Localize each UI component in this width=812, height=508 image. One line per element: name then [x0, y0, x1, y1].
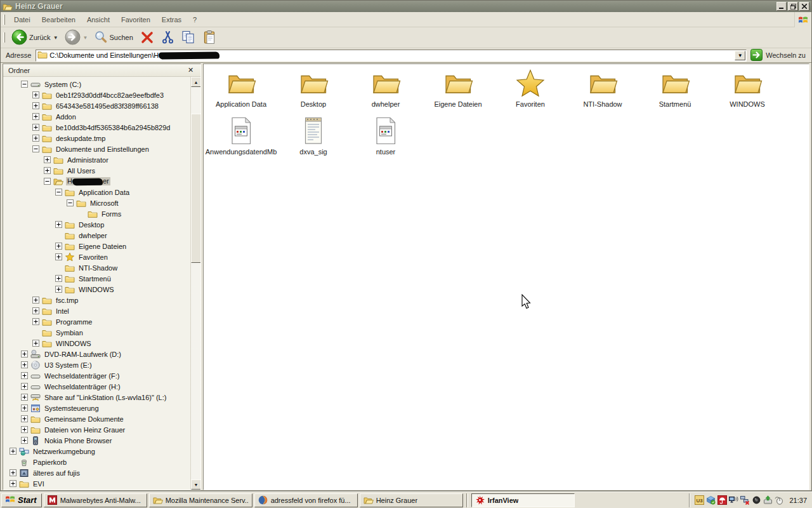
tree-item[interactable]: EVI: [3, 478, 190, 489]
start-button[interactable]: Start: [1, 493, 42, 507]
cam-tray-icon[interactable]: [752, 495, 761, 505]
expand-icon[interactable]: [21, 437, 28, 444]
tree-item-label[interactable]: Dateien von Heinz Grauer: [43, 426, 126, 434]
mouse-tray-icon[interactable]: [775, 495, 784, 505]
file-item[interactable]: Desktop: [277, 68, 350, 116]
tree-item-label[interactable]: fsc.tmp: [55, 297, 79, 304]
minimize-button[interactable]: [776, 2, 787, 11]
paste-button[interactable]: [199, 28, 221, 47]
tree-item[interactable]: Administrator: [3, 154, 190, 165]
tree-item-label[interactable]: älteres auf fujis: [32, 469, 81, 477]
tree-item[interactable]: WINDOWS: [3, 338, 190, 349]
menu-item-[interactable]: ?: [187, 13, 202, 26]
tree-item-label[interactable]: Dokumente und Einstellungen: [55, 145, 150, 153]
tree-item[interactable]: Programme: [3, 316, 190, 327]
close-button[interactable]: [799, 2, 809, 11]
tree-item-label[interactable]: NTI-Shadow: [77, 264, 119, 272]
tree-item-label[interactable]: Nokia Phone Browser: [43, 437, 113, 444]
expand-icon[interactable]: [21, 404, 28, 411]
file-item[interactable]: AnwendungsdatendMb: [205, 116, 277, 163]
back-dropdown-icon[interactable]: ▼: [53, 35, 58, 41]
expand-icon[interactable]: [21, 351, 28, 358]
tree-item-label[interactable]: EVI: [32, 480, 46, 488]
expand-icon[interactable]: [32, 318, 39, 325]
forward-button[interactable]: ▼: [62, 27, 91, 48]
collapse-icon[interactable]: [21, 81, 28, 88]
u3-tray-icon[interactable]: U3: [695, 495, 704, 505]
menu-item-extras[interactable]: Extras: [156, 13, 187, 26]
tree-item[interactable]: Intel: [3, 305, 190, 316]
expand-icon[interactable]: [32, 135, 39, 142]
tree-item-label[interactable]: Papierkorb: [32, 458, 68, 466]
tree-item[interactable]: Addon: [3, 111, 190, 122]
expand-icon[interactable]: [32, 91, 39, 98]
tree-item-label[interactable]: Symbian: [55, 329, 84, 337]
tree-item[interactable]: Gemeinsame Dokumente: [3, 413, 190, 424]
file-item[interactable]: WINDOWS: [711, 68, 783, 116]
restore-button[interactable]: [788, 2, 798, 11]
folders-panel-close-icon[interactable]: ✕: [186, 65, 195, 75]
expand-icon[interactable]: [44, 167, 51, 174]
taskbar-button[interactable]: adressfeld von firefox fü...: [254, 493, 358, 507]
expand-icon[interactable]: [55, 253, 62, 260]
titlebar[interactable]: Heinz Grauer: [1, 1, 811, 12]
file-item[interactable]: ntuser: [350, 116, 422, 163]
monitor-signal-tray-icon[interactable]: [729, 495, 738, 505]
address-dropdown-button[interactable]: ▼: [735, 51, 745, 60]
expand-icon[interactable]: [32, 340, 39, 347]
delete-button[interactable]: [136, 28, 158, 47]
expand-icon[interactable]: [21, 415, 28, 422]
expand-icon[interactable]: [32, 297, 39, 304]
tree-item-label[interactable]: Administrator: [66, 156, 110, 164]
tree-item[interactable]: dwhelper: [3, 230, 190, 241]
menu-item-favoriten[interactable]: Favoriten: [115, 13, 156, 26]
toolbar-grip[interactable]: [3, 32, 5, 43]
tree-item-label[interactable]: Wechseldatenträger (F:): [43, 372, 121, 380]
tree-item-label[interactable]: dwhelper: [77, 232, 108, 239]
tree-item-label[interactable]: System (C:): [43, 81, 82, 88]
tree-item-label[interactable]: Netzwerkumgebung: [32, 448, 96, 455]
expand-icon[interactable]: [55, 243, 62, 250]
tree-item[interactable]: Systemsteuerung: [3, 403, 190, 413]
tree-item-label[interactable]: Gemeinsame Dokumente: [43, 415, 125, 423]
tree-item[interactable]: NTI-Shadow: [3, 262, 190, 273]
tree-item-label[interactable]: Desktop: [77, 221, 105, 229]
copy-button[interactable]: [178, 28, 199, 47]
tree-item-label[interactable]: WINDOWS: [77, 286, 115, 293]
tree-item-label[interactable]: All Users: [66, 167, 96, 175]
menu-item-bearbeiten[interactable]: Bearbeiten: [36, 13, 81, 26]
tree-item[interactable]: All Users: [3, 165, 190, 176]
expand-icon[interactable]: [21, 361, 28, 368]
forward-dropdown-icon[interactable]: ▼: [83, 35, 88, 41]
tree-item[interactable]: Netzwerkumgebung: [3, 446, 190, 457]
expand-icon[interactable]: [32, 102, 39, 109]
safely-remove-tray-icon[interactable]: [763, 495, 773, 505]
tree-item[interactable]: Dateien von Heinz Grauer: [3, 424, 190, 435]
tree-item[interactable]: Application Data: [3, 187, 190, 197]
tree-item[interactable]: WINDOWS: [3, 284, 190, 295]
tree-item-label[interactable]: 0eb1f293d0ddf4bcc82ae9eefbdfe3: [55, 91, 165, 99]
scroll-up-icon[interactable]: ▲: [191, 77, 200, 87]
tree-item-label[interactable]: deskupdate.tmp: [55, 135, 107, 142]
file-item[interactable]: NTI-Shadow: [566, 68, 639, 116]
file-list-pane[interactable]: Application DataDesktopdwhelperEigene Da…: [203, 64, 809, 490]
tree-item-label[interactable]: WINDOWS: [55, 340, 93, 347]
tree-item[interactable]: fsc.tmp: [3, 295, 190, 305]
dropbox-tray-icon[interactable]: [706, 495, 716, 505]
expand-icon[interactable]: [21, 372, 28, 379]
expand-icon[interactable]: [32, 113, 39, 120]
network-error-tray-icon[interactable]: [740, 495, 750, 505]
tree-item[interactable]: älteres auf fujis: [3, 467, 190, 478]
tree-item-label[interactable]: DVD-RAM-Laufwerk (D:): [43, 351, 122, 358]
tree-item-label[interactable]: Addon: [55, 113, 77, 121]
file-item[interactable]: Favoriten: [494, 68, 566, 116]
expand-icon[interactable]: [32, 307, 39, 314]
tree-item[interactable]: DVD-RAM-Laufwerk (D:): [3, 349, 190, 359]
file-item[interactable]: Startmenü: [639, 68, 711, 116]
taskbar-button[interactable]: Mozilla Maintenance Serv...: [149, 493, 252, 507]
back-button[interactable]: Zurück ▼: [8, 27, 62, 48]
tree-item[interactable]: Eigene Dateien: [3, 241, 190, 251]
file-item[interactable]: dxva_sig: [277, 116, 350, 163]
tree-item[interactable]: Desktop: [3, 219, 190, 230]
file-item[interactable]: Application Data: [205, 68, 277, 116]
